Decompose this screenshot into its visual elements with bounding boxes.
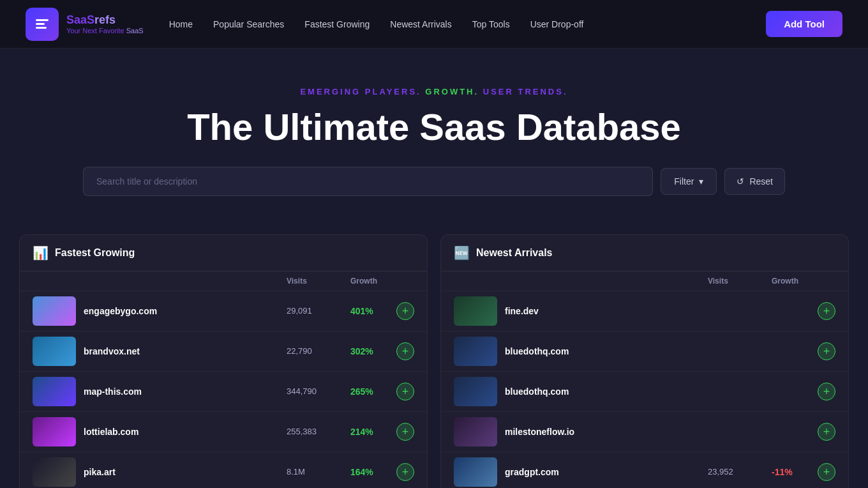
cell-growth-wrap: + (772, 342, 835, 360)
site-thumbnail (454, 377, 497, 406)
add-button[interactable]: + (396, 302, 414, 320)
newest-arrivals-icon: 🆕 (454, 245, 470, 261)
add-button[interactable]: + (818, 423, 835, 441)
hero-title: The Ultimate Saas Database (26, 107, 842, 148)
hero-subtitle-growth: GROWTH. (425, 87, 479, 96)
cell-visits: 22,790 (287, 346, 350, 356)
add-button[interactable]: + (818, 342, 835, 360)
cell-growth: 214% (350, 427, 373, 437)
newest-arrivals-columns: Visits Growth (441, 271, 848, 291)
site-name[interactable]: bluedothq.com (505, 346, 569, 356)
cell-site: pika.art (33, 457, 287, 487)
cell-growth-wrap: 401% + (350, 302, 414, 320)
cell-growth-wrap: + (772, 423, 835, 441)
fastest-growing-icon: 📊 (33, 245, 49, 261)
reset-icon: ↺ (737, 176, 744, 187)
add-button[interactable]: + (396, 342, 414, 360)
fastest-growing-title: Fastest Growing (55, 247, 135, 259)
site-thumbnail (33, 417, 76, 446)
logo-subtitle: Your Next Favorite SaaS (66, 27, 144, 34)
cell-site: bluedothq.com (454, 377, 708, 406)
cell-site: bluedothq.com (454, 337, 708, 366)
table-row: bluedothq.com + (441, 332, 848, 372)
newest-arrivals-header: 🆕 Newest Arrivals (441, 235, 848, 271)
site-name[interactable]: milestoneflow.io (505, 427, 574, 437)
logo[interactable]: SaaSrefs Your Next Favorite SaaS (26, 8, 144, 41)
col-visits-header: Visits (287, 277, 350, 286)
add-tool-button[interactable]: Add Tool (766, 11, 842, 37)
cell-visits: 255,383 (287, 427, 350, 436)
cell-growth-wrap: 164% + (350, 463, 414, 481)
cell-growth: 302% (350, 346, 373, 356)
site-name[interactable]: gradgpt.com (505, 467, 559, 477)
table-row: lottielab.com 255,383 214% + (20, 412, 427, 452)
add-button[interactable]: + (818, 383, 835, 400)
hero-subtitle-emerging: EMERGING PLAYERS. (300, 87, 421, 96)
cell-growth-wrap: + (772, 383, 835, 400)
logo-title: SaaSrefs (66, 13, 144, 27)
fastest-growing-card: 📊 Fastest Growing Visits Growth engageby… (19, 234, 428, 488)
cell-growth-wrap: 265% + (350, 383, 414, 400)
nav-home[interactable]: Home (169, 19, 193, 29)
cell-site: map-this.com (33, 377, 287, 406)
nav-top-tools[interactable]: Top Tools (472, 19, 510, 29)
table-row: brandvox.net 22,790 302% + (20, 332, 427, 372)
site-name[interactable]: fine.dev (505, 306, 539, 316)
table-row: milestoneflow.io + (441, 412, 848, 452)
site-name[interactable]: engagebygo.com (84, 306, 157, 316)
site-thumbnail (454, 296, 497, 326)
hero-section: EMERGING PLAYERS. GROWTH. USER TRENDS. T… (0, 49, 868, 222)
cell-growth-wrap: 214% + (350, 423, 414, 441)
site-name[interactable]: pika.art (84, 467, 116, 477)
site-name[interactable]: lottielab.com (84, 427, 138, 437)
hero-subtitle-trends: USER TRENDS. (483, 87, 568, 96)
add-button[interactable]: + (818, 302, 835, 320)
table-row: gradgpt.com 23,952 -11% + (441, 452, 848, 488)
cell-visits: 23,952 (708, 467, 772, 477)
filter-button[interactable]: Filter ▾ (661, 168, 717, 195)
cell-visits: 29,091 (287, 306, 350, 316)
cell-growth: 401% (350, 306, 373, 316)
site-thumbnail (33, 296, 76, 326)
logo-text: SaaSrefs Your Next Favorite SaaS (66, 13, 144, 34)
chevron-down-icon: ▾ (699, 176, 703, 187)
reset-button[interactable]: ↺ Reset (724, 168, 785, 195)
site-thumbnail (33, 337, 76, 366)
fastest-growing-columns: Visits Growth (20, 271, 427, 291)
svg-rect-1 (36, 23, 45, 25)
nav-popular-searches[interactable]: Popular Searches (213, 19, 284, 29)
site-thumbnail (33, 457, 76, 487)
cell-growth-wrap: 302% + (350, 342, 414, 360)
newest-arrivals-title: Newest Arrivals (476, 247, 552, 259)
table-row: map-this.com 344,790 265% + (20, 372, 427, 412)
site-thumbnail (454, 457, 497, 487)
add-button[interactable]: + (396, 423, 414, 441)
svg-rect-0 (36, 19, 49, 21)
site-thumbnail (454, 337, 497, 366)
site-name[interactable]: brandvox.net (84, 346, 140, 356)
cell-site: lottielab.com (33, 417, 287, 446)
nav-left: SaaSrefs Your Next Favorite SaaS Home Po… (26, 8, 583, 41)
site-name[interactable]: bluedothq.com (505, 386, 569, 397)
navbar: SaaSrefs Your Next Favorite SaaS Home Po… (0, 0, 868, 49)
cell-site: milestoneflow.io (454, 417, 708, 446)
tables-section: 📊 Fastest Growing Visits Growth engageby… (0, 222, 868, 488)
table-row: bluedothq.com + (441, 372, 848, 412)
nav-user-drop-off[interactable]: User Drop-off (530, 19, 584, 29)
add-button[interactable]: + (396, 383, 414, 400)
cell-growth: -11% (772, 467, 793, 477)
cell-growth: 164% (350, 467, 373, 477)
search-input[interactable] (83, 167, 653, 196)
col-growth-header: Growth (350, 277, 414, 286)
add-button[interactable]: + (818, 463, 835, 481)
cell-site: fine.dev (454, 296, 708, 326)
col-site (33, 277, 287, 286)
add-button[interactable]: + (396, 463, 414, 481)
nav-fastest-growing[interactable]: Fastest Growing (304, 19, 370, 29)
svg-rect-2 (36, 27, 47, 29)
site-thumbnail (454, 417, 497, 446)
nav-newest-arrivals[interactable]: Newest Arrivals (390, 19, 451, 29)
cell-site: brandvox.net (33, 337, 287, 366)
newest-arrivals-card: 🆕 Newest Arrivals Visits Growth fine.dev… (440, 234, 849, 488)
site-name[interactable]: map-this.com (84, 386, 142, 397)
